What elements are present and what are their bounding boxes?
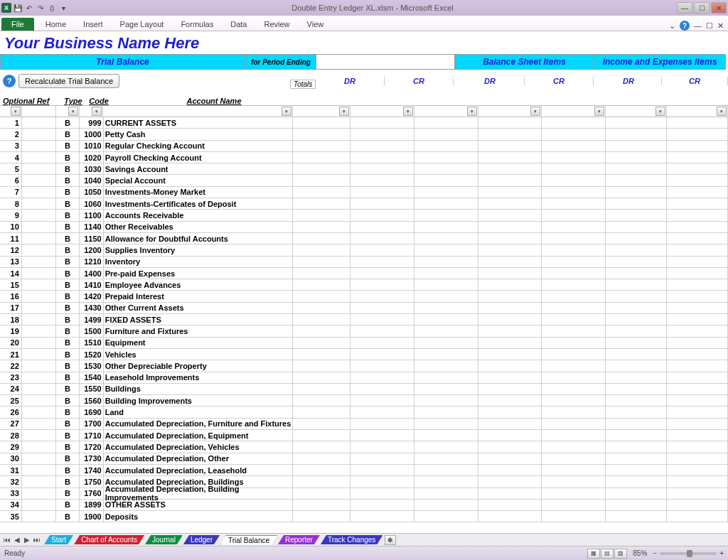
table-row[interactable]: 15B1410Employee Advances: [0, 279, 728, 291]
cell-dr[interactable]: [350, 360, 414, 372]
filter-code[interactable]: ▾: [80, 106, 103, 117]
cell-dr[interactable]: [350, 257, 414, 268]
cell-code[interactable]: 1060: [80, 198, 103, 210]
table-row[interactable]: 12B1200Supplies Inventory: [0, 244, 728, 256]
cell-ie-cr[interactable]: [667, 152, 728, 163]
minimize-button[interactable]: —: [677, 2, 692, 14]
tab-data[interactable]: Data: [222, 18, 255, 31]
cell-blank[interactable]: [293, 152, 350, 163]
cell-cr[interactable]: [414, 257, 478, 268]
cell-ie-dr[interactable]: [606, 244, 667, 256]
cell-ie-dr[interactable]: [606, 129, 667, 140]
cell-cr[interactable]: [414, 349, 478, 360]
cell-bs-dr[interactable]: [478, 384, 542, 395]
cell-type[interactable]: B: [56, 210, 80, 221]
table-row[interactable]: 20B1510Equipment: [0, 338, 728, 349]
cell-ie-cr[interactable]: [667, 175, 728, 186]
cell-dr[interactable]: [350, 187, 414, 198]
cell-ie-dr[interactable]: [606, 303, 667, 314]
table-row[interactable]: 31B1740Accumulated Depreciation, Leaseho…: [0, 465, 728, 476]
table-row[interactable]: 35B1900Deposits: [0, 511, 728, 522]
table-row[interactable]: 10B1140Other Receivables: [0, 222, 728, 233]
filter-dropdown-icon[interactable]: ▾: [717, 107, 727, 116]
cell-blank[interactable]: [293, 430, 350, 441]
cell-code[interactable]: 1760: [80, 488, 103, 500]
cell-ie-dr[interactable]: [606, 384, 667, 395]
cell-dr[interactable]: [350, 465, 414, 476]
table-row[interactable]: 2B1000Petty Cash: [0, 129, 728, 140]
tab-nav-next-icon[interactable]: ▶: [23, 536, 31, 544]
table-row[interactable]: 21B1520Vehicles: [0, 349, 728, 360]
cell-optional-ref[interactable]: [22, 303, 56, 314]
cell-cr[interactable]: [414, 141, 478, 152]
cell-type[interactable]: B: [56, 372, 80, 384]
cell-ie-cr[interactable]: [667, 349, 728, 360]
cell-ie-dr[interactable]: [606, 222, 667, 233]
cell-bs-cr[interactable]: [542, 488, 606, 500]
cell-bs-dr[interactable]: [478, 314, 542, 325]
cell-type[interactable]: B: [56, 222, 80, 233]
cell-optional-ref[interactable]: [22, 349, 56, 360]
table-row[interactable]: 23B1540Leasehold Improvements: [0, 372, 728, 384]
cell-ie-cr[interactable]: [667, 291, 728, 302]
cell-ie-cr[interactable]: [667, 233, 728, 244]
cell-blank[interactable]: [293, 257, 350, 268]
cell-cr[interactable]: [414, 233, 478, 244]
cell-code[interactable]: 1530: [80, 360, 103, 372]
filter-dropdown-icon[interactable]: ▾: [339, 107, 349, 116]
cell-optional-ref[interactable]: [22, 325, 56, 337]
cell-dr[interactable]: [350, 210, 414, 221]
cell-account-name[interactable]: Savings Account: [104, 163, 293, 175]
cell-blank[interactable]: [293, 488, 350, 500]
cell-cr[interactable]: [414, 198, 478, 210]
cell-blank[interactable]: [293, 500, 350, 511]
cell-bs-cr[interactable]: [542, 257, 606, 268]
cell-ie-cr[interactable]: [667, 198, 728, 210]
cell-bs-cr[interactable]: [542, 222, 606, 233]
cell-ie-cr[interactable]: [667, 395, 728, 406]
cell-bs-dr[interactable]: [478, 233, 542, 244]
cell-dr[interactable]: [350, 291, 414, 302]
cell-ie-cr[interactable]: [667, 476, 728, 488]
cell-ie-cr[interactable]: [667, 325, 728, 337]
filter-dropdown-icon[interactable]: ▾: [403, 107, 413, 116]
cell-bs-cr[interactable]: [542, 338, 606, 349]
view-page-break-icon[interactable]: ▧: [614, 549, 627, 559]
table-row[interactable]: 5B1030Savings Account: [0, 163, 728, 175]
cell-dr[interactable]: [350, 141, 414, 152]
cell-ie-cr[interactable]: [667, 441, 728, 453]
cell-blank[interactable]: [293, 129, 350, 140]
cell-blank[interactable]: [293, 210, 350, 221]
sheet-help-icon[interactable]: ?: [3, 75, 16, 87]
table-row[interactable]: 30B1730Accumulated Depreciation, Other: [0, 453, 728, 465]
cell-cr[interactable]: [414, 465, 478, 476]
cell-type[interactable]: B: [56, 129, 80, 140]
cell-optional-ref[interactable]: [22, 233, 56, 244]
sheet-tab-reporter[interactable]: Reporter: [278, 535, 320, 544]
cell-ie-dr[interactable]: [606, 419, 667, 430]
tab-home[interactable]: Home: [37, 18, 75, 31]
cell-bs-dr[interactable]: [478, 129, 542, 140]
zoom-slider[interactable]: [660, 552, 717, 555]
cell-blank[interactable]: [293, 338, 350, 349]
cell-ie-cr[interactable]: [667, 279, 728, 291]
tab-page-layout[interactable]: Page Layout: [112, 18, 173, 31]
cell-type[interactable]: B: [56, 117, 80, 129]
cell-ie-dr[interactable]: [606, 291, 667, 302]
cell-account-name[interactable]: Investments-Money Market: [104, 187, 293, 198]
cell-ie-dr[interactable]: [606, 152, 667, 163]
table-row[interactable]: 6B1040Special Account: [0, 175, 728, 186]
cell-code[interactable]: 1000: [80, 129, 103, 140]
cell-cr[interactable]: [414, 187, 478, 198]
worksheet[interactable]: Your Business Name Here Trial Balance fo…: [0, 31, 728, 533]
filter-dropdown-icon[interactable]: ▾: [282, 107, 291, 116]
cell-optional-ref[interactable]: [22, 291, 56, 302]
cell-optional-ref[interactable]: [22, 430, 56, 441]
cell-bs-cr[interactable]: [542, 476, 606, 488]
cell-ie-dr[interactable]: [606, 141, 667, 152]
cell-bs-dr[interactable]: [478, 511, 542, 522]
cell-cr[interactable]: [414, 384, 478, 395]
recalculate-button[interactable]: Recalculate Trial Balance: [18, 74, 119, 88]
cell-type[interactable]: B: [56, 511, 80, 522]
cell-ie-cr[interactable]: [667, 384, 728, 395]
